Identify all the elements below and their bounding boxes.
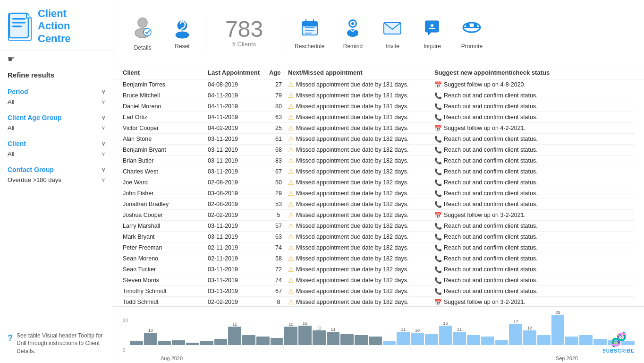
cell-last-appt: 04-11-2019 <box>208 92 269 99</box>
table-row[interactable]: Timothy Schmidt 03-11-2019 67 ⚠ Missed a… <box>123 286 635 297</box>
cell-next: ⚠ Missed appointment due date by 182 day… <box>288 146 434 154</box>
client-count-label: # Clients <box>232 41 256 48</box>
cell-age: 74 <box>269 244 288 251</box>
cell-suggest: 📞 Reach out and confirm client status. <box>434 201 635 208</box>
table-row[interactable]: Todd Schmidt 02-02-2019 8 ⚠ Missed appoi… <box>123 297 635 306</box>
client-count-number: 783 <box>225 18 263 41</box>
phone-icon: 📞 <box>434 157 442 164</box>
toolbar-invite[interactable]: Invite <box>373 12 412 53</box>
inquire-icon <box>421 16 443 40</box>
cell-next: ⚠ Missed appointment due date by 182 day… <box>288 244 434 251</box>
cell-suggest: 📞 Reach out and confirm client status. <box>434 223 635 230</box>
subscribe-button[interactable]: 🧬 SUBSCRIBE <box>602 332 635 354</box>
col-next: Next/Missed appointment <box>288 69 434 76</box>
cell-last-appt: 03-11-2019 <box>208 266 269 273</box>
warning-icon: ⚠ <box>288 298 294 306</box>
cell-next: ⚠ Missed appointment due date by 182 day… <box>288 135 434 143</box>
cell-last-appt: 03-11-2019 <box>208 157 269 164</box>
warning-icon: ⚠ <box>288 222 294 230</box>
svg-rect-2 <box>12 22 25 24</box>
chart-bar <box>340 334 354 345</box>
filter-period-label[interactable]: Period ∨ <box>8 88 105 95</box>
table-row[interactable]: Sean Moreno 02-11-2019 58 ⚠ Missed appoi… <box>123 253 635 264</box>
filter-client-value[interactable]: All ∨ <box>8 149 105 158</box>
cell-suggest: 📞 Reach out and confirm client status. <box>434 266 635 273</box>
bar-wrapper: 25 <box>551 311 565 345</box>
table-header: Client Last Appointment Age Next/Missed … <box>113 66 644 79</box>
toolbar-inquire[interactable]: Inquire <box>412 12 452 53</box>
table-row[interactable]: Jonathan Bradley 02-08-2019 53 ⚠ Missed … <box>123 199 635 210</box>
filter-contact-label[interactable]: Contact Group ∨ <box>8 166 105 173</box>
promote-icon <box>460 16 483 40</box>
table-row[interactable]: Benjamin Torres 04-08-2019 27 ⚠ Missed a… <box>123 79 635 90</box>
cell-suggest: 📞 Reach out and confirm client status. <box>434 190 635 197</box>
table-row[interactable]: Earl Ortiz 04-11-2019 63 ⚠ Missed appoin… <box>123 112 635 123</box>
chevron-down-icon-6: ∨ <box>102 151 105 157</box>
chevron-down-icon-8: ∨ <box>102 177 105 183</box>
svg-point-9 <box>176 32 189 38</box>
table-row[interactable]: Joe Ward 02-08-2019 50 ⚠ Missed appointm… <box>123 177 635 188</box>
cell-client: Joe Ward <box>123 179 208 186</box>
table-row[interactable]: Mark Bryant 03-11-2019 63 ⚠ Missed appoi… <box>123 232 635 242</box>
table-row[interactable]: Bruce Mitchell 04-11-2019 79 ⚠ Missed ap… <box>123 90 635 101</box>
filter-client-age-group[interactable]: Client Age Group ∨ All ∨ <box>8 114 105 132</box>
cell-suggest: 📅 Suggest follow up on 3-2-2021. <box>434 299 635 306</box>
chart-bar <box>144 333 157 345</box>
table-row[interactable]: Joshua Cooper 02-02-2019 5 ⚠ Missed appo… <box>123 210 635 221</box>
cell-suggest: 📅 Suggest follow up on 4-8-2020. <box>434 81 635 88</box>
table-row[interactable]: Peter Freeman 02-11-2019 74 ⚠ Missed app… <box>123 242 635 253</box>
phone-icon: 📞 <box>434 277 442 284</box>
cell-client: Larry Marshall <box>123 223 208 229</box>
cell-age: 57 <box>269 223 288 229</box>
toolbar-remind[interactable]: Remind <box>333 12 373 53</box>
table-row[interactable]: Victor Cooper 04-02-2019 25 ⚠ Missed app… <box>123 123 635 134</box>
phone-icon: 📞 <box>434 255 442 262</box>
cell-age: 27 <box>269 81 288 88</box>
calendar-icon: 📅 <box>434 299 442 306</box>
svg-point-4 <box>138 18 147 27</box>
phone-icon: 📞 <box>434 103 442 110</box>
toolbar-details[interactable]: Details <box>123 11 162 55</box>
table-row[interactable]: Sean Tucker 03-11-2019 72 ⚠ Missed appoi… <box>123 264 635 275</box>
bar-wrapper: 10 <box>411 328 424 345</box>
table-row[interactable]: John Fisher 03-08-2019 29 ⚠ Missed appoi… <box>123 188 635 199</box>
chart-bar <box>158 341 171 345</box>
filter-contact-group[interactable]: Contact Group ∨ Overdue >180 days ∨ <box>8 166 105 184</box>
filter-age-label[interactable]: Client Age Group ∨ <box>8 114 105 121</box>
cell-last-appt: 03-11-2019 <box>208 168 269 175</box>
toolbar: Details Reset 783 # Clients <box>113 0 644 66</box>
table-row[interactable]: Alan Stone 03-11-2019 61 ⚠ Missed appoin… <box>123 134 635 145</box>
svg-rect-3 <box>12 26 22 27</box>
cell-last-appt: 03-11-2019 <box>208 233 269 240</box>
table-row[interactable]: Larry Marshall 03-11-2019 57 ⚠ Missed ap… <box>123 221 635 232</box>
cell-next: ⚠ Missed appointment due date by 182 day… <box>288 266 434 273</box>
cell-client: Benjamin Bryant <box>123 147 208 153</box>
warning-icon: ⚠ <box>288 244 294 251</box>
filter-period-value[interactable]: All ∨ <box>8 97 105 106</box>
app-logo <box>8 12 32 41</box>
chart-bar <box>537 335 551 345</box>
help-icon[interactable]: ? <box>8 332 13 344</box>
toolbar-divider-1 <box>206 14 206 52</box>
cell-last-appt: 02-11-2019 <box>208 244 269 251</box>
filter-client-label[interactable]: Client ∨ <box>8 140 105 147</box>
cell-last-appt: 03-11-2019 <box>208 288 269 294</box>
chart-bar <box>186 343 199 345</box>
chart-bar <box>509 324 522 345</box>
toolbar-promote[interactable]: Promote <box>452 12 491 53</box>
table-row[interactable]: Benjamin Bryant 03-11-2019 68 ⚠ Missed a… <box>123 145 635 156</box>
table-row[interactable]: Steven Morris 03-11-2019 74 ⚠ Missed app… <box>123 275 635 286</box>
filter-contact-value[interactable]: Overdue >180 days ∨ <box>8 175 105 184</box>
toolbar-reset[interactable]: Reset <box>162 12 202 53</box>
filter-period[interactable]: Period ∨ All ∨ <box>8 88 105 106</box>
table-row[interactable]: Daniel Moreno 04-11-2019 80 ⚠ Missed app… <box>123 101 635 112</box>
filter-age-value[interactable]: All ∨ <box>8 123 105 132</box>
warning-icon: ⚠ <box>288 92 294 99</box>
filter-client[interactable]: Client ∨ All ∨ <box>8 140 105 158</box>
cell-age: 63 <box>269 233 288 240</box>
table-row[interactable]: Charles West 03-11-2019 67 ⚠ Missed appo… <box>123 166 635 177</box>
warning-icon: ⚠ <box>288 233 294 241</box>
toolbar-reschedule[interactable]: Reschedule <box>286 12 333 53</box>
table-row[interactable]: Brian Butler 03-11-2019 83 ⚠ Missed appo… <box>123 156 635 166</box>
sep-label: Sep 2020 <box>556 355 578 361</box>
